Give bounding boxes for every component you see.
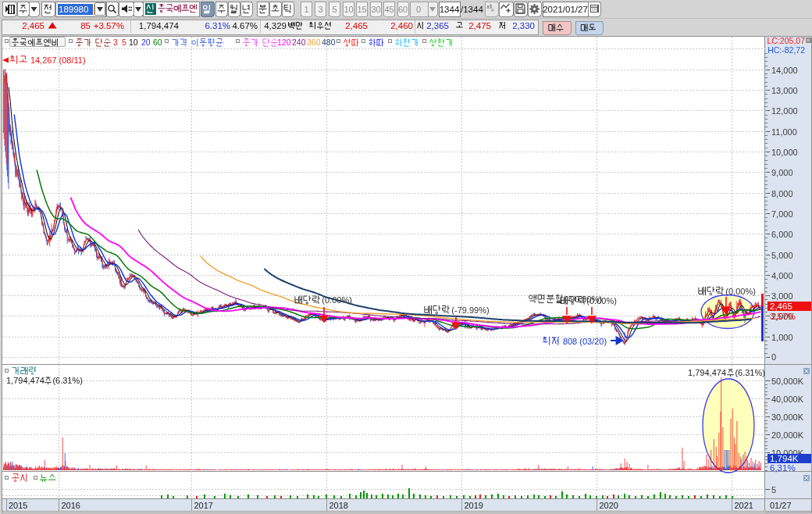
svg-text:(6.31%): (6.31%) xyxy=(735,368,765,377)
svg-text:(0.00%): (0.00%) xyxy=(586,296,617,305)
svg-text:2019: 2019 xyxy=(465,501,483,510)
svg-text:2,460: 2,460 xyxy=(390,21,413,30)
svg-text:2,465: 2,465 xyxy=(22,21,45,30)
svg-text:10,000: 10,000 xyxy=(771,148,798,157)
svg-text:1: 1 xyxy=(304,5,308,14)
svg-text:480: 480 xyxy=(322,37,336,47)
svg-text:5: 5 xyxy=(771,485,776,494)
svg-text:10: 10 xyxy=(129,37,138,47)
svg-text:1,794,474: 1,794,474 xyxy=(6,376,45,385)
svg-text:189980: 189980 xyxy=(59,5,88,14)
svg-text:120: 120 xyxy=(277,37,291,47)
svg-text:1344: 1344 xyxy=(440,5,460,14)
svg-text:2,475: 2,475 xyxy=(468,21,491,30)
svg-text:2,465: 2,465 xyxy=(770,302,792,311)
svg-text:6,000: 6,000 xyxy=(771,230,793,239)
svg-text:2,465: 2,465 xyxy=(345,21,368,30)
svg-text:50,000K: 50,000K xyxy=(771,377,804,386)
svg-text:2018: 2018 xyxy=(329,501,348,510)
svg-text:4,329: 4,329 xyxy=(264,21,287,30)
svg-text:2020: 2020 xyxy=(600,501,618,510)
svg-text:20,000K: 20,000K xyxy=(771,430,804,440)
svg-text:2015: 2015 xyxy=(9,501,27,510)
svg-text:1,794,474: 1,794,474 xyxy=(688,368,726,377)
svg-text:5: 5 xyxy=(332,5,337,14)
svg-text:2,330: 2,330 xyxy=(512,21,535,30)
svg-text:0: 0 xyxy=(771,352,776,362)
svg-text:2016: 2016 xyxy=(62,501,80,510)
svg-text:4,000: 4,000 xyxy=(771,271,793,280)
svg-text:2017: 2017 xyxy=(194,501,213,510)
svg-text:6,31%: 6,31% xyxy=(770,463,796,473)
svg-text:8,000: 8,000 xyxy=(771,189,793,198)
svg-text:(0.00%): (0.00%) xyxy=(322,295,352,305)
svg-text:7,000: 7,000 xyxy=(771,209,793,219)
svg-text:+3.57%: +3.57% xyxy=(94,21,124,30)
svg-text:1,794,474: 1,794,474 xyxy=(139,21,180,30)
svg-text:45: 45 xyxy=(384,5,394,14)
svg-text:360: 360 xyxy=(307,37,321,47)
svg-text:/1344: /1344 xyxy=(461,5,483,14)
svg-text:240: 240 xyxy=(292,37,306,47)
svg-text:30,000K: 30,000K xyxy=(771,412,804,422)
svg-text:2021/01/27: 2021/01/27 xyxy=(543,5,588,14)
svg-text:3,57%: 3,57% xyxy=(770,312,796,321)
svg-text:14,000: 14,000 xyxy=(771,66,798,75)
svg-text:15: 15 xyxy=(357,5,366,14)
svg-text:13,000: 13,000 xyxy=(771,86,798,95)
svg-text:2021: 2021 xyxy=(735,501,753,510)
svg-text:30: 30 xyxy=(371,5,380,14)
svg-text:01/27: 01/27 xyxy=(770,501,792,510)
svg-text:0: 0 xyxy=(416,5,421,14)
svg-text:2,365: 2,365 xyxy=(426,21,449,30)
svg-text:3,000: 3,000 xyxy=(771,291,793,301)
svg-text:6.31%: 6.31% xyxy=(205,21,230,30)
svg-text:20: 20 xyxy=(141,37,151,47)
svg-text:85: 85 xyxy=(80,21,91,30)
svg-text:60: 60 xyxy=(153,37,162,47)
svg-text:12,000: 12,000 xyxy=(771,106,798,116)
svg-text:4.67%: 4.67% xyxy=(232,21,258,30)
svg-text:14,267 (08/11): 14,267 (08/11) xyxy=(30,55,86,65)
svg-text:LC:205,07: LC:205,07 xyxy=(767,36,806,45)
svg-text:3: 3 xyxy=(318,5,322,14)
svg-text:40,000K: 40,000K xyxy=(771,394,804,404)
svg-text:10: 10 xyxy=(344,5,353,14)
svg-text:60: 60 xyxy=(398,5,408,14)
svg-text:(0.00%): (0.00%) xyxy=(725,287,756,296)
svg-text:5,000: 5,000 xyxy=(771,251,793,260)
svg-text:5: 5 xyxy=(122,37,126,47)
svg-text:HC:-82,72: HC:-82,72 xyxy=(767,45,805,55)
svg-text:3: 3 xyxy=(113,37,118,47)
svg-text:1,794K: 1,794K xyxy=(770,454,799,463)
svg-text:1,000: 1,000 xyxy=(771,333,793,342)
svg-text:9,000: 9,000 xyxy=(771,168,793,177)
svg-text:808 (03/20): 808 (03/20) xyxy=(563,337,607,346)
svg-text:(6.31%): (6.31%) xyxy=(52,376,83,385)
svg-text:11,000: 11,000 xyxy=(771,127,797,137)
svg-text:(-79.99%): (-79.99%) xyxy=(451,305,489,315)
